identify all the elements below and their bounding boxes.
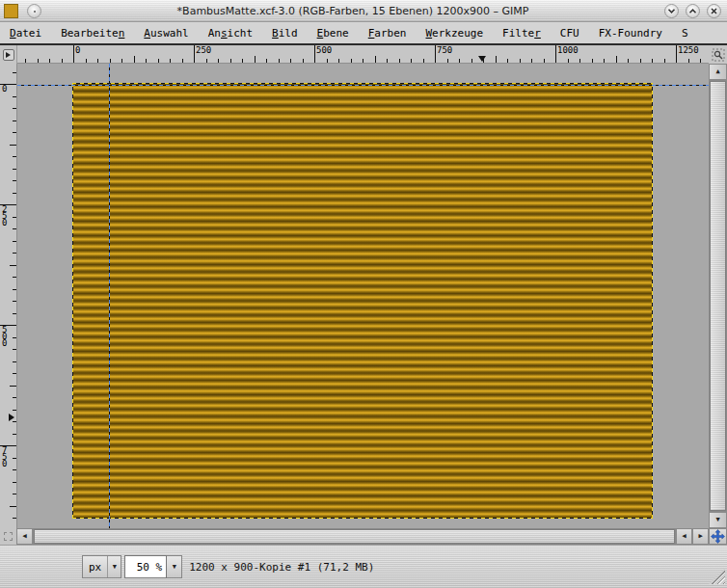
title-bar[interactable]: *BambusMatte.xcf-3.0 (RGB-Farben, 15 Ebe… xyxy=(0,0,727,22)
ruler-tick xyxy=(25,59,26,63)
ruler-tick xyxy=(507,59,508,63)
vertical-ruler[interactable]: 0250500750 xyxy=(0,64,17,528)
scroll-up-button[interactable]: ▲ xyxy=(709,64,727,80)
ruler-tick xyxy=(266,59,267,63)
menu-item-auswahl[interactable]: Auswahl xyxy=(134,27,198,40)
ruler-tick xyxy=(13,337,16,338)
ruler-tick xyxy=(158,59,159,63)
ruler-tick xyxy=(242,59,243,63)
ruler-tick xyxy=(447,59,448,63)
ruler-tick xyxy=(206,59,207,63)
chevron-down-icon[interactable]: ▼ xyxy=(107,556,121,577)
ruler-tick xyxy=(134,56,135,63)
guide-vertical[interactable] xyxy=(109,64,110,528)
ruler-tick xyxy=(38,59,39,63)
window-menu-button[interactable] xyxy=(27,4,41,18)
ruler-tick xyxy=(531,59,532,63)
menu-item-bearbeiten[interactable]: Bearbeiten xyxy=(51,27,134,40)
ruler-tick xyxy=(351,59,352,63)
layer-boundary xyxy=(72,518,653,519)
close-icon xyxy=(709,6,719,16)
ruler-tick xyxy=(496,56,497,63)
arrow-left-icon: ◀ xyxy=(682,533,686,540)
scroll-down-button[interactable]: ▼ xyxy=(709,512,727,528)
vertical-scrollbar-trough[interactable] xyxy=(709,80,727,512)
ruler-tick xyxy=(13,277,16,278)
horizontal-scrollbar-row: ◀ ◀ ▶ xyxy=(0,528,727,545)
menu-item-fx-foundry[interactable]: FX-Foundry xyxy=(589,27,672,40)
ruler-tick xyxy=(13,289,16,290)
image-canvas[interactable] xyxy=(73,84,652,518)
ruler-tick xyxy=(700,59,701,63)
pointer-position-marker-h xyxy=(478,56,486,62)
ruler-tick xyxy=(411,59,412,63)
scroll-left-button-2[interactable]: ◀ xyxy=(676,528,692,545)
quick-mask-toggle[interactable] xyxy=(0,528,16,545)
ruler-tick xyxy=(10,506,16,507)
ruler-tick xyxy=(10,386,16,387)
close-button[interactable] xyxy=(707,4,721,18)
menu-item-ansicht[interactable]: Ansicht xyxy=(199,27,262,40)
chevron-down-icon xyxy=(666,6,677,16)
ruler-tick xyxy=(375,56,376,63)
pan-cross-icon xyxy=(711,529,725,544)
menu-item-filter[interactable]: Filter xyxy=(493,27,551,40)
vertical-scrollbar[interactable]: ▲ ▼ xyxy=(709,64,727,528)
canvas-viewport[interactable] xyxy=(17,64,709,528)
ruler-tick xyxy=(73,45,74,63)
menu-item-ebene[interactable]: Ebene xyxy=(308,27,359,40)
ruler-tick xyxy=(303,59,304,63)
menu-item-datei[interactable]: Datei xyxy=(0,27,51,40)
ruler-tick xyxy=(13,96,16,97)
menubar: DateiBearbeitenAuswahlAnsichtBildEbeneFa… xyxy=(0,22,727,45)
image-menu-button[interactable] xyxy=(0,45,17,64)
navigation-button[interactable] xyxy=(709,528,727,545)
arrow-right-icon: ▶ xyxy=(698,533,702,540)
ruler-tick xyxy=(520,59,521,63)
ruler-tick xyxy=(604,59,605,63)
ruler-tick xyxy=(13,518,16,519)
ruler-tick xyxy=(97,59,98,63)
status-message: 1200 x 900-Kopie #1 (71,2 MB) xyxy=(189,561,374,574)
ruler-tick xyxy=(194,45,195,63)
ruler-tick xyxy=(13,241,16,242)
ruler-tick xyxy=(230,59,231,63)
ruler-tick xyxy=(592,59,593,63)
menu-item-werkzeuge[interactable]: Werkzeuge xyxy=(416,27,493,40)
vertical-scrollbar-thumb[interactable] xyxy=(710,81,726,511)
ruler-tick xyxy=(13,108,16,109)
minimize-button[interactable] xyxy=(664,4,679,18)
ruler-tick xyxy=(688,59,689,63)
ruler-tick xyxy=(435,45,436,63)
gimp-window: *BambusMatte.xcf-3.0 (RGB-Farben, 15 Ebe… xyxy=(0,0,727,588)
horizontal-scrollbar-thumb[interactable] xyxy=(34,529,675,544)
ruler-tick xyxy=(387,59,388,63)
horizontal-scrollbar-trough[interactable] xyxy=(33,528,676,545)
zoom-follow-window-toggle[interactable] xyxy=(709,45,727,64)
ruler-tick xyxy=(568,59,569,63)
menu-item-farben[interactable]: Farben xyxy=(359,27,417,40)
horizontal-ruler[interactable]: 025050075010001250 xyxy=(17,45,709,64)
guide-horizontal[interactable] xyxy=(17,85,709,86)
ruler-tick xyxy=(13,434,16,435)
window-title: *BambusMatte.xcf-3.0 (RGB-Farben, 15 Ebe… xyxy=(41,5,664,17)
menu-item-cfu[interactable]: CFU xyxy=(551,27,589,40)
zoom-dropdown-button[interactable]: ▼ xyxy=(167,555,182,578)
menu-item-bild[interactable]: Bild xyxy=(262,27,308,40)
scroll-right-button[interactable]: ▶ xyxy=(692,528,709,545)
ruler-tick xyxy=(13,494,16,494)
ruler-tick xyxy=(10,265,16,266)
ruler-tick xyxy=(628,59,629,63)
maximize-button[interactable] xyxy=(686,4,700,18)
ruler-tick xyxy=(13,180,16,181)
scroll-left-button[interactable]: ◀ xyxy=(16,528,33,545)
ruler-tick xyxy=(13,72,16,73)
ruler-label: 500 xyxy=(2,327,10,347)
zoom-level-input[interactable]: 50 % xyxy=(124,555,167,578)
ruler-tick xyxy=(49,59,50,63)
window-resize-grip[interactable] xyxy=(709,568,725,584)
ruler-tick xyxy=(279,59,280,63)
chevron-down-icon: ▼ xyxy=(173,563,176,571)
menu-item-s[interactable]: S xyxy=(672,27,698,40)
unit-combobox[interactable]: px ▼ xyxy=(82,555,121,578)
